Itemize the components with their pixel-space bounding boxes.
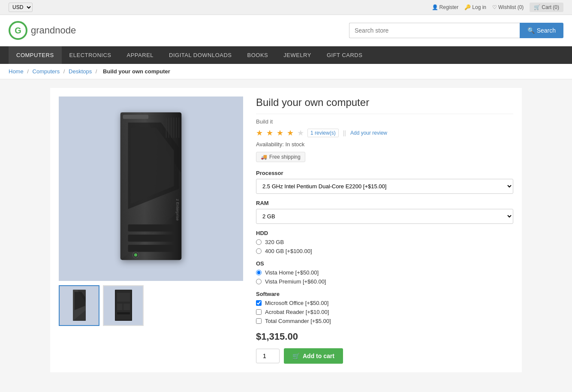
thumbnail-1[interactable] [59,285,99,326]
header: G grandnode 🔍 Search [0,15,572,46]
software-checkbox-office[interactable] [256,300,262,306]
nav-item-apparel[interactable]: APPAREL [119,46,162,64]
star-5: ★ [297,128,304,138]
os-radio-vista-home[interactable] [256,270,262,275]
os-radio-vista-premium[interactable] [256,279,262,284]
main-nav: COMPUTERS ELECTRONICS APPAREL DIGITAL DO… [0,46,572,64]
svg-rect-24 [117,293,130,302]
hdd-radio-400[interactable] [256,248,262,254]
svg-rect-7 [128,224,174,232]
breadcrumb-sep-2: / [63,68,65,75]
software-option: Software Microsoft Office [+$50.00] Acro… [256,291,513,324]
breadcrumb-desktops[interactable]: Desktops [69,68,92,75]
breadcrumb-computers[interactable]: Computers [33,68,60,75]
svg-rect-9 [128,245,174,252]
nav-item-computers[interactable]: COMPUTERS [9,46,62,64]
availability: Availability: In stock [256,141,513,148]
os-radio-group: Vista Home [+$50.00] Vista Premium [+$60… [256,269,513,285]
thumbnail-2[interactable] [103,285,144,326]
wishlist-link[interactable]: ♡ Wishlist (0) [492,4,524,10]
login-link[interactable]: 🔑 Log in [464,4,486,10]
thumbnail-list [59,285,243,326]
breadcrumb-sep-1: / [27,68,29,75]
add-to-cart-label: Add to cart [303,353,334,359]
processor-option: Processor 2.5 GHz Intel Pentium Dual-Cor… [256,170,513,194]
processor-label: Processor [256,170,513,176]
breadcrumb-sep-3: / [96,68,97,75]
nav-item-electronics[interactable]: ELECTRONICS [62,46,119,64]
cart-icon: 🛒 [292,353,300,359]
software-checkbox-group: Microsoft Office [+$50.00] Acrobat Reade… [256,300,513,324]
hdd-option-320[interactable]: 320 GB [256,239,513,245]
os-option-vista-premium[interactable]: Vista Premium [+$60.00] [256,278,513,285]
add-to-cart-button[interactable]: 🛒 Add to cart [284,348,343,364]
currency-selector[interactable]: USD EUR [9,3,33,12]
svg-rect-27 [117,312,130,314]
os-label: OS [256,260,513,267]
os-option-vista-home[interactable]: Vista Home [+$50.00] [256,269,513,276]
register-link[interactable]: 👤 Register [432,4,459,10]
quantity-input[interactable] [256,349,280,363]
hdd-option-400[interactable]: 400 GB [+$100.00] [256,248,513,254]
software-label-office: Microsoft Office [+$50.00] [265,300,328,306]
ram-label: RAM [256,200,513,206]
star-3: ★ [277,128,283,138]
svg-text:G: G [15,26,21,35]
processor-select[interactable]: 2.5 GHz Intel Pentium Dual-Core E2200 [+… [256,179,513,194]
cart-link[interactable]: 🛒 Cart (0) [530,3,563,12]
breadcrumb-current: Build your own computer [103,68,170,75]
svg-text:z Enterprise: z Enterprise [175,199,180,221]
software-label-acrobat: Acrobat Reader [+$10.00] [265,309,329,315]
star-4: ★ [287,128,294,138]
product-title: Build your own computer [256,96,513,114]
software-checkbox-commander[interactable] [256,318,262,324]
star-1: ★ [256,128,263,138]
product-price: $1,315.00 [256,331,513,342]
search-button[interactable]: 🔍 Search [520,23,563,38]
software-label: Software [256,291,513,297]
nav-item-jewelry[interactable]: JEWELRY [276,46,319,64]
nav-item-books[interactable]: BOOKS [240,46,276,64]
software-option-commander[interactable]: Total Commander [+$5.00] [256,318,513,324]
hdd-radio-320[interactable] [256,239,262,245]
software-checkbox-acrobat[interactable] [256,309,262,315]
thumbnail-1-img [66,289,92,323]
main-content: z Enterprise [50,88,522,372]
truck-icon: 🚚 [261,154,267,160]
nav-item-gift-cards[interactable]: GIFT CARDS [319,46,370,64]
add-review-link[interactable]: Add your review [350,130,387,136]
software-option-office[interactable]: Microsoft Office [+$50.00] [256,300,513,306]
free-shipping-badge: 🚚 Free shipping [256,152,305,162]
thumbnail-2-img [111,289,136,323]
product-gallery: z Enterprise [59,96,243,364]
svg-rect-8 [128,235,174,242]
main-product-image[interactable]: z Enterprise [59,96,243,281]
search-bar: 🔍 Search [349,23,563,38]
software-label-commander: Total Commander [+$5.00] [265,318,331,324]
top-bar-actions: 👤 Register 🔑 Log in ♡ Wishlist (0) 🛒 Car… [432,3,563,12]
add-to-cart-row: 🛒 Add to cart [256,348,513,364]
product-info: Build your own computer Build it ★ ★ ★ ★… [256,96,513,364]
breadcrumb-home[interactable]: Home [9,68,24,75]
search-icon: 🔍 [527,27,535,34]
currency-select[interactable]: USD EUR [9,3,33,12]
availability-label: Availability: [256,141,284,148]
search-input[interactable] [349,23,520,38]
logo-icon: G [9,21,27,40]
login-icon: 🔑 [464,4,471,10]
nav-item-digital-downloads[interactable]: DIGITAL DOWNLOADS [161,46,239,64]
hdd-label: HDD [256,230,513,236]
svg-rect-26 [123,304,130,310]
star-2: ★ [266,128,273,138]
os-label-vista-premium: Vista Premium [+$60.00] [265,278,326,285]
ram-select[interactable]: 2 GB 4 GB 8 GB [256,209,513,224]
os-label-vista-home: Vista Home [+$50.00] [265,269,319,276]
svg-rect-25 [117,304,123,310]
software-option-acrobat[interactable]: Acrobat Reader [+$10.00] [256,309,513,315]
cart-icon: 🛒 [534,4,540,10]
review-count-link[interactable]: 1 review(s) [307,129,339,137]
user-icon: 👤 [432,4,438,10]
svg-rect-6 [123,115,148,119]
product-image-svg: z Enterprise [87,107,215,270]
logo[interactable]: G grandnode [9,21,76,40]
